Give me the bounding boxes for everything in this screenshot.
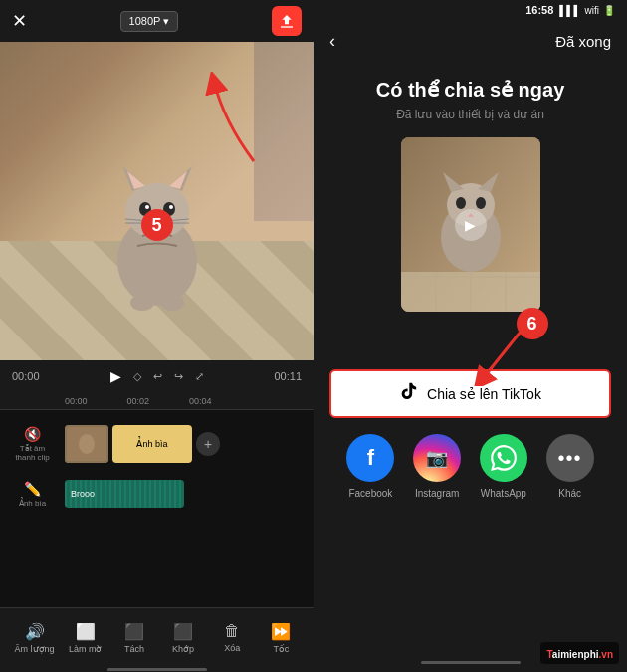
export-button[interactable] [272,6,302,36]
right-panel: 16:58 ▌▌▌ wifi 🔋 ‹ Đã xong Có thể chia s… [314,0,627,672]
audio-track-row: Brooo [65,472,308,516]
video-track-row: Ảnh bìa + [65,422,308,466]
track-label-cover: ✏️ Ảnh bìa [6,472,59,516]
match-icon: ⬛ [173,622,193,641]
wifi-icon: wifi [585,5,599,16]
blur-label: Làm mờ [69,644,103,654]
more-label: Khác [558,488,581,499]
svg-point-20 [79,434,95,454]
video-clip-icon [65,425,108,463]
upload-icon [279,13,295,29]
delete-label: Xóa [224,643,240,653]
split-label: Tách [124,644,144,654]
facebook-icon: f [367,445,374,471]
fullscreen-icon[interactable]: ⤢ [195,370,204,383]
play-overlay[interactable]: ▶ [455,209,487,241]
instagram-icon: 📷 [426,447,448,469]
match-label: Khớp [172,644,194,654]
add-clip-button[interactable]: + [196,432,220,456]
tiktok-share-label: Chia sẻ lên TikTok [427,386,541,402]
play-button[interactable]: ▶ [110,368,121,384]
share-instagram-item[interactable]: 📷 Instagram [413,434,461,499]
resolution-selector[interactable]: 1080P ▾ [120,11,179,32]
svg-point-27 [456,197,466,209]
active-clip-label: Ảnh bìa [136,439,167,449]
mute-icon: 🔇 [24,426,41,442]
active-clip[interactable]: Ảnh bìa [112,425,192,463]
video-clip-thumbnail[interactable] [65,425,108,463]
track-label-mute: 🔇 Tắt âmthanh clip [6,422,59,466]
tool-delete[interactable]: 🗑 Xóa [214,622,250,653]
video-thumbnail-right[interactable]: ▶ [401,137,540,312]
watermark-brand: Taimienphi.vn [546,649,613,660]
tool-speed[interactable]: ⏩ Tốc [263,622,299,654]
more-icon-circle: ••• [546,434,594,482]
timeline-marker-1: 00:02 [127,396,150,406]
time-controls: ▶ ◇ ↩ ↪ ⤢ [110,368,204,384]
edit-icon[interactable]: ◇ [133,370,141,383]
video-thumbnail-wrapper: ▶ 6 [401,137,540,332]
right-content: Có thể chia sẻ ngay Đã lưu vào thiết bị … [314,62,627,652]
right-header: ‹ Đã xong [314,20,627,62]
cover-icon: ✏️ [24,481,41,497]
redo-icon[interactable]: ↪ [174,370,183,383]
more-icon: ••• [558,447,582,470]
home-bar-right [421,661,521,664]
step5-badge: 5 [141,209,173,241]
undo-icon[interactable]: ↩ [153,370,162,383]
speed-icon: ⏩ [271,622,291,641]
right-panel-wrapper: 16:58 ▌▌▌ wifi 🔋 ‹ Đã xong Có thể chia s… [314,0,627,672]
tiktok-icon [399,381,419,401]
share-facebook-item[interactable]: f Facebook [346,434,394,499]
watermark: Taimienphi.vn [540,642,619,664]
audio-clip[interactable]: Brooo [65,480,184,508]
arrow-to-upload [194,72,284,175]
watermark-t-icon: T [546,649,551,660]
share-title: Có thể chia sẻ ngay [376,78,565,102]
current-time: 00:00 [12,370,40,382]
status-bar: 16:58 ▌▌▌ wifi 🔋 [314,0,627,20]
instagram-icon-circle: 📷 [413,434,461,482]
audio-clip-label: Brooo [71,489,95,499]
tool-blur[interactable]: ⬜ Làm mờ [68,622,104,654]
delete-icon: 🗑 [224,622,240,640]
volume-icon: 🔊 [25,622,45,641]
total-time: 00:11 [274,370,302,382]
bottom-toolbar: 🔊 Âm lượng ⬜ Làm mờ ⬛ Tách ⬛ Khớp 🗑 Xóa … [0,607,314,667]
status-icons: ▌▌▌ wifi 🔋 [559,5,615,16]
blur-icon: ⬜ [76,622,96,641]
home-bar-left [107,668,207,671]
share-whatsapp-item[interactable]: WhatsApp [480,434,527,499]
tool-split[interactable]: ⬛ Tách [116,622,152,654]
status-time: 16:58 [525,4,553,16]
battery-icon: 🔋 [603,5,615,16]
back-button[interactable]: ‹ [329,31,335,52]
svg-point-16 [130,295,154,311]
tiktok-logo-icon [399,381,419,406]
svg-point-9 [145,205,149,209]
facebook-icon-circle: f [346,434,394,482]
whatsapp-icon [491,445,517,471]
timeline-header: 00:00 00:02 00:04 [0,392,314,410]
track-content: Ảnh bìa + Brooo [65,418,314,599]
timeline-marker-2: 00:04 [189,396,212,406]
mute-label: Tắt âmthanh clip [15,444,49,462]
svg-point-10 [169,205,173,209]
close-button[interactable]: ✕ [12,10,27,32]
share-more-item[interactable]: ••• Khác [546,434,594,499]
red-arrow-icon [194,72,284,171]
share-subtitle: Đã lưu vào thiết bị và dự án [396,108,544,121]
done-label: Đã xong [555,33,611,50]
split-icon: ⬛ [124,622,144,641]
timeline-marker-0: 00:00 [65,396,88,406]
whatsapp-icon-circle [480,434,527,482]
tool-volume[interactable]: 🔊 Âm lượng [15,622,55,654]
svg-point-17 [160,295,184,311]
timeline-tracks: 🔇 Tắt âmthanh clip ✏️ Ảnh bìa [0,410,314,607]
timeline-area: 00:00 00:02 00:04 🔇 Tắt âmthanh clip ✏️ … [0,392,314,607]
svg-point-28 [476,197,486,209]
left-panel: ✕ 1080P ▾ [0,0,314,672]
tool-match[interactable]: ⬛ Khớp [165,622,201,654]
facebook-label: Facebook [348,488,392,499]
time-bar: 00:00 ▶ ◇ ↩ ↪ ⤢ 00:11 [0,360,314,392]
